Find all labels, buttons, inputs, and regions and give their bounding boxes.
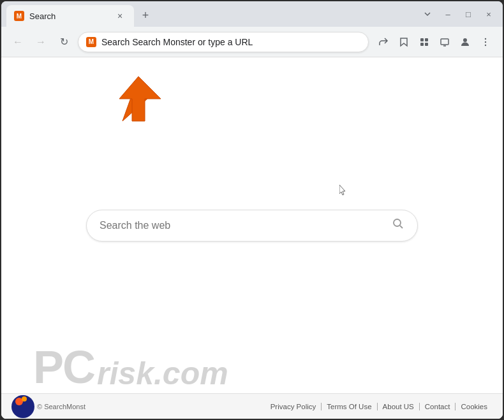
svg-point-10	[485, 44, 486, 45]
cast-button[interactable]	[435, 33, 454, 52]
search-container	[86, 210, 418, 242]
tab-search-button[interactable]	[419, 5, 436, 23]
footer-about-link[interactable]: About US	[378, 403, 420, 410]
svg-line-14	[400, 226, 403, 228]
profile-button[interactable]	[456, 33, 475, 52]
svg-rect-5	[441, 39, 448, 45]
svg-point-7	[463, 38, 467, 42]
maximize-button[interactable]: □	[459, 5, 477, 23]
svg-point-13	[394, 219, 401, 226]
tab-favicon: M	[14, 11, 24, 21]
tab-close-button[interactable]: ×	[114, 10, 126, 22]
svg-marker-0	[401, 38, 407, 46]
address-bar[interactable]: M Search Search Monster or type a URL	[78, 32, 369, 52]
mouse-cursor	[339, 185, 347, 196]
menu-button[interactable]	[476, 33, 495, 52]
svg-rect-3	[420, 43, 424, 46]
risk-watermark: risk.com	[97, 355, 228, 392]
extensions-button[interactable]	[415, 33, 434, 52]
share-button[interactable]	[374, 33, 393, 52]
close-window-button[interactable]: ×	[480, 5, 498, 23]
toolbar-icons	[374, 33, 495, 52]
browser-window: M Search × + – □ × ← → ↻	[1, 1, 503, 419]
reload-button[interactable]: ↻	[55, 33, 73, 51]
footer-terms-link[interactable]: Terms Of Use	[322, 403, 377, 410]
bookmark-button[interactable]	[394, 33, 413, 52]
svg-rect-1	[420, 38, 424, 41]
pcRisk-watermark: PC	[33, 341, 94, 393]
footer-logo-area: © SearchMonst	[11, 395, 85, 418]
new-tab-button[interactable]: +	[137, 6, 154, 24]
svg-point-8	[485, 38, 486, 39]
svg-rect-4	[425, 43, 428, 46]
footer-privacy-link[interactable]: Privacy Policy	[265, 403, 322, 410]
minimize-button[interactable]: –	[439, 5, 457, 23]
footer-cookies-link[interactable]: Cookies	[456, 403, 493, 410]
svg-rect-2	[425, 38, 428, 41]
monster-icon	[11, 395, 34, 418]
forward-button[interactable]: →	[32, 33, 50, 51]
search-input[interactable]	[100, 220, 392, 231]
tab-title: Search	[29, 11, 108, 21]
footer-copyright: © SearchMonst	[37, 403, 85, 410]
window-controls: – □ ×	[419, 5, 498, 27]
active-tab[interactable]: M Search ×	[6, 5, 134, 27]
back-button[interactable]: ←	[9, 33, 27, 51]
address-text: Search Search Monster or type a URL	[101, 37, 360, 47]
page-content: © SearchMonst Privacy Policy Terms Of Us…	[1, 57, 503, 419]
search-submit-button[interactable]	[392, 217, 404, 233]
footer-contact-link[interactable]: Contact	[420, 403, 456, 410]
address-bar-row: ← → ↻ M Search Search Monster or type a …	[1, 27, 503, 57]
arrow-graphic	[116, 70, 167, 127]
page-footer: © SearchMonst Privacy Policy Terms Of Us…	[1, 393, 503, 419]
footer-links: Privacy Policy Terms Of Use About US Con…	[265, 403, 493, 410]
svg-point-9	[485, 41, 486, 42]
search-box[interactable]	[86, 210, 418, 242]
address-favicon: M	[86, 37, 96, 47]
tab-bar: M Search × + – □ ×	[1, 1, 503, 27]
